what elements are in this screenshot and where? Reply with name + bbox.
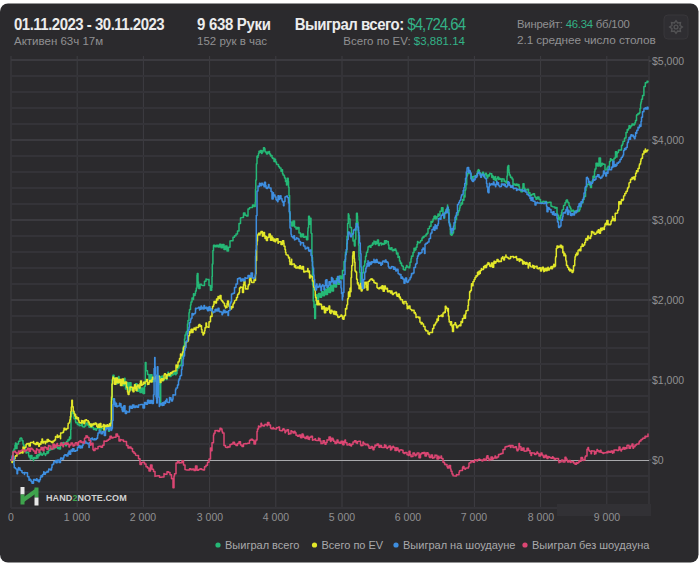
svg-text:6 000: 6 000 — [395, 511, 421, 523]
svg-text:Всего по EV: Всего по EV — [322, 539, 384, 551]
svg-text:2.1 среднее число столов: 2.1 среднее число столов — [517, 33, 656, 47]
svg-text:3 000: 3 000 — [197, 511, 223, 523]
svg-text:1 000: 1 000 — [64, 511, 90, 523]
svg-text:Винрейт: 46.34 бб/100: Винрейт: 46.34 бб/100 — [517, 18, 630, 30]
svg-text:Активен 63ч 17м: Активен 63ч 17м — [14, 35, 103, 47]
svg-text:0: 0 — [8, 511, 14, 523]
svg-text:7 000: 7 000 — [461, 511, 487, 523]
svg-text:Всего по EV: $3,881.14: Всего по EV: $3,881.14 — [343, 35, 465, 47]
svg-text:Выиграл всего: $4,724.64: Выиграл всего: $4,724.64 — [295, 15, 466, 33]
svg-text:$5,000: $5,000 — [652, 55, 684, 67]
svg-text:4 000: 4 000 — [263, 511, 289, 523]
svg-text:Выиграл всего: Выиграл всего — [225, 539, 299, 551]
svg-text:9 638 Руки: 9 638 Руки — [197, 15, 271, 33]
svg-text:2 000: 2 000 — [130, 511, 156, 523]
svg-text:152 рук в час: 152 рук в час — [197, 35, 267, 47]
svg-text:Выиграл на шоудауне: Выиграл на шоудауне — [403, 539, 515, 551]
svg-text:9 000: 9 000 — [594, 511, 620, 523]
svg-text:$1,000: $1,000 — [652, 374, 684, 386]
svg-text:$3,000: $3,000 — [652, 214, 684, 226]
svg-text:$2,000: $2,000 — [652, 294, 684, 306]
svg-text:HAND2NOTE.COM: HAND2NOTE.COM — [46, 493, 127, 503]
svg-text:5 000: 5 000 — [329, 511, 355, 523]
svg-text:8 000: 8 000 — [528, 511, 554, 523]
svg-text:Выиграл без шоудауна: Выиграл без шоудауна — [532, 539, 650, 551]
svg-text:$0: $0 — [652, 454, 664, 466]
svg-text:$4,000: $4,000 — [652, 134, 684, 146]
svg-text:01.11.2023 - 30.11.2023: 01.11.2023 - 30.11.2023 — [14, 15, 165, 33]
